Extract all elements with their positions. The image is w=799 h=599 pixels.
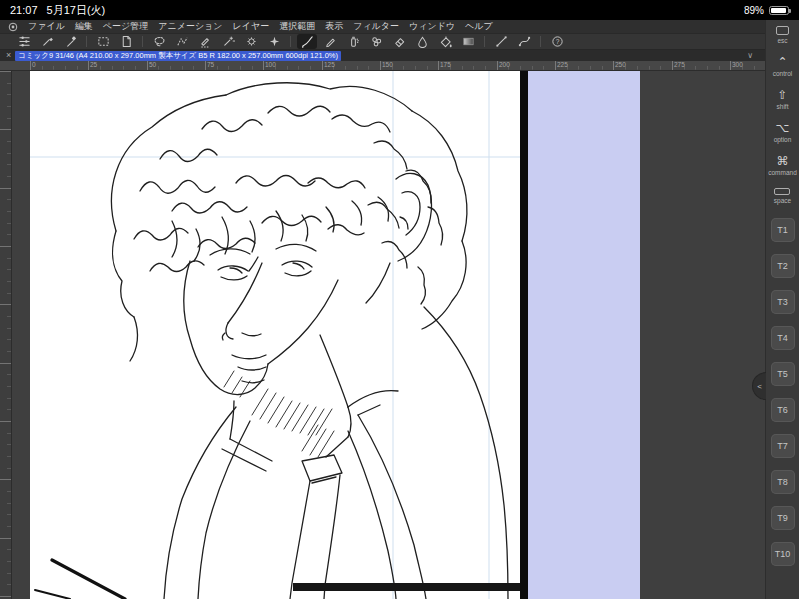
- auto-select-button[interactable]: [218, 34, 238, 49]
- lasso-select-button[interactable]: [149, 34, 169, 49]
- decoration-tool-button[interactable]: [366, 34, 386, 49]
- settings-gear-button[interactable]: [241, 34, 261, 49]
- pencil-tool-button[interactable]: [320, 34, 340, 49]
- pencil-icon: [324, 35, 337, 48]
- blend-icon: [416, 35, 429, 48]
- menu-view[interactable]: 表示: [325, 20, 343, 33]
- battery-icon: [769, 6, 789, 15]
- gradient-icon: [462, 35, 475, 48]
- airbrush-icon: [347, 35, 360, 48]
- clock: 21:07: [10, 4, 38, 16]
- command-bar: ?: [0, 33, 765, 50]
- menu-window[interactable]: ウィンドウ: [409, 20, 455, 33]
- page-icon: [120, 35, 133, 48]
- edge-key-command[interactable]: ⌘ command: [768, 155, 797, 176]
- marker-tool-button[interactable]: [60, 34, 80, 49]
- toolbar-separator: [142, 36, 143, 47]
- tool-property-icon: [18, 35, 31, 48]
- menu-animation[interactable]: アニメーション: [158, 20, 222, 33]
- edge-key-t1[interactable]: T1: [771, 218, 795, 242]
- edge-key-t10[interactable]: T10: [771, 542, 795, 566]
- help-button[interactable]: ?: [547, 34, 567, 49]
- edge-key-t6[interactable]: T6: [771, 398, 795, 422]
- selection-pen-button[interactable]: [195, 34, 215, 49]
- canvas-artwork[interactable]: [30, 71, 520, 599]
- marquee-icon: [97, 35, 110, 48]
- airbrush-tool-button[interactable]: [343, 34, 363, 49]
- lasso-icon: [153, 35, 166, 48]
- space-keycap-icon: [774, 188, 790, 195]
- edge-key-t2[interactable]: T2: [771, 254, 795, 278]
- magic-wand-icon: [222, 35, 235, 48]
- date: 5月17日(火): [47, 3, 106, 18]
- space-key-label: space: [774, 197, 791, 204]
- edge-key-control[interactable]: ⌃ control: [773, 56, 793, 77]
- edge-key-t9[interactable]: T9: [771, 506, 795, 530]
- tab-close-icon[interactable]: ×: [6, 51, 11, 60]
- tab-bar-collapse-icon[interactable]: ∨: [747, 52, 753, 60]
- brush-tool-button[interactable]: [297, 34, 317, 49]
- pen-tool-button[interactable]: [37, 34, 57, 49]
- menu-help[interactable]: ヘルプ: [465, 20, 493, 33]
- edge-key-space[interactable]: space: [774, 188, 791, 204]
- brush-icon: [301, 35, 314, 48]
- document-tab-title[interactable]: コミック9 31/46 (A4 210.00 x 297.00mm 製本サイズ …: [15, 51, 341, 61]
- ruler-label: 50: [149, 61, 156, 68]
- fill-tool-button[interactable]: [435, 34, 455, 49]
- eraser-tool-button[interactable]: [389, 34, 409, 49]
- menu-selection[interactable]: 選択範囲: [279, 20, 315, 33]
- edge-key-t8[interactable]: T8: [771, 470, 795, 494]
- pasteboard-margin: [528, 71, 640, 599]
- menu-bar: ファイル 編集 ページ管理 アニメーション レイヤー 選択範囲 表示 フィルター…: [0, 20, 765, 33]
- shift-key-icon: ⇧: [777, 89, 787, 101]
- ruler-label: 100: [265, 61, 276, 68]
- ruler-label: 25: [90, 61, 97, 68]
- edge-keyboard: esc ⌃ control ⇧ shift ⌥ option ⌘ command…: [765, 20, 799, 599]
- effect-button[interactable]: [264, 34, 284, 49]
- ruler-label: 200: [499, 61, 510, 68]
- esc-keycap-icon: [776, 26, 789, 35]
- line-art-body: [164, 307, 508, 599]
- menu-file[interactable]: ファイル: [28, 20, 65, 33]
- ruler-label: 300: [732, 61, 743, 68]
- tool-property-button[interactable]: [14, 34, 34, 49]
- edge-key-t7[interactable]: T7: [771, 434, 795, 458]
- edge-key-option[interactable]: ⌥ option: [774, 122, 792, 143]
- status-bar: 21:07 5月17日(火) 89%: [0, 0, 799, 20]
- fill-bucket-icon: [439, 35, 452, 48]
- ruler-label: 125: [324, 61, 335, 68]
- menu-edit[interactable]: 編集: [75, 20, 93, 33]
- polyline-select-icon: [176, 35, 189, 48]
- decoration-icon: [370, 35, 383, 48]
- sparkle-icon: [268, 35, 281, 48]
- gear-icon: [245, 35, 258, 48]
- line-tool-button[interactable]: [491, 34, 511, 49]
- straight-line-icon: [495, 35, 508, 48]
- curve-tool-button[interactable]: [514, 34, 534, 49]
- ruler-label: 150: [382, 61, 393, 68]
- control-key-icon: ⌃: [777, 56, 787, 68]
- document-tab-bar: × コミック9 31/46 (A4 210.00 x 297.00mm 製本サイ…: [0, 50, 765, 61]
- edge-key-shift[interactable]: ⇧ shift: [777, 89, 789, 110]
- menu-layer[interactable]: レイヤー: [233, 20, 270, 33]
- edge-key-t3[interactable]: T3: [771, 290, 795, 314]
- menu-page-manage[interactable]: ページ管理: [103, 20, 148, 33]
- marquee-select-button[interactable]: [93, 34, 113, 49]
- edge-key-t5[interactable]: T5: [771, 362, 795, 386]
- gradient-tool-button[interactable]: [458, 34, 478, 49]
- option-key-icon: ⌥: [776, 122, 790, 134]
- edge-key-t4[interactable]: T4: [771, 326, 795, 350]
- document-page[interactable]: [30, 71, 520, 599]
- battery-percent: 89%: [744, 5, 764, 16]
- clip-studio-paint-app: 21:07 5月17日(火) 89% ファイル 編集 ページ管理 アニメーション…: [0, 0, 799, 599]
- pen-icon: [41, 35, 54, 48]
- edge-key-esc[interactable]: esc: [776, 26, 789, 44]
- canvas-pasteboard[interactable]: [0, 71, 765, 599]
- blend-tool-button[interactable]: [412, 34, 432, 49]
- vertical-ruler: [0, 71, 12, 599]
- page-button[interactable]: [116, 34, 136, 49]
- polyline-select-button[interactable]: [172, 34, 192, 49]
- horizontal-ruler: 0 25 50 75 100 125 150 175 200 225 250 2…: [0, 61, 765, 71]
- menu-filter[interactable]: フィルター: [353, 20, 399, 33]
- ruler-label: 175: [440, 61, 451, 68]
